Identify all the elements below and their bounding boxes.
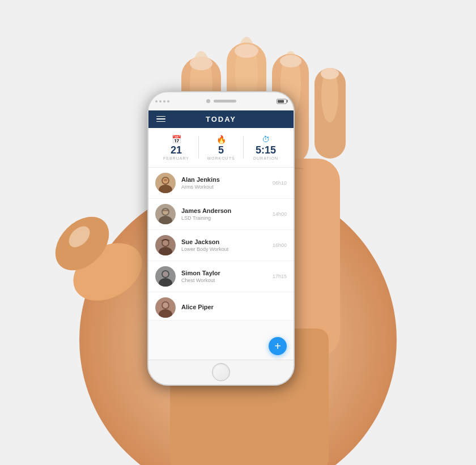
workout-type: LSD Training [181, 215, 267, 221]
stat-duration-label: DURATION [253, 156, 278, 160]
svg-point-17 [321, 68, 339, 79]
workout-person-name: Alan Jenkins [181, 176, 267, 184]
earpiece [214, 100, 236, 103]
avatar [155, 204, 176, 224]
list-item[interactable]: Alan Jenkins Arms Workout 06h10 [148, 168, 294, 199]
workout-time: 06h10 [273, 180, 287, 186]
speaker-dot [155, 100, 158, 103]
stats-bar: 📅 21 FEBRUARY 🔥 5 WORKOUTS ⏱ 5:15 DU [148, 128, 294, 168]
app-screen: TODAY 📅 21 FEBRUARY 🔥 5 WORKOUTS [148, 110, 294, 360]
avatar-image-sue [155, 235, 176, 255]
volume-down-button [147, 153, 148, 165]
stat-workouts: 🔥 5 WORKOUTS [199, 135, 243, 160]
workout-time: 14h00 [273, 211, 287, 217]
app-header: TODAY [148, 110, 294, 128]
speaker-dots [155, 100, 169, 103]
workout-person-name: Simon Taylor [181, 269, 267, 277]
workout-info: Sue Jackson Lower Body Workout [181, 238, 267, 252]
svg-point-39 [163, 302, 168, 308]
stat-date-value: 21 [171, 145, 182, 155]
flame-icon: 🔥 [216, 135, 226, 144]
hamburger-line [156, 121, 165, 122]
avatar-image-alice [155, 297, 176, 318]
list-item[interactable]: Simon Taylor Chest Workout 17h15 [148, 261, 294, 292]
hamburger-line [156, 118, 165, 120]
svg-point-31 [163, 240, 168, 246]
iphone-bottom-bar [148, 360, 294, 385]
workout-type: Lower Body Workout [181, 246, 267, 252]
iphone-status-bar [148, 92, 294, 110]
workout-list: Alan Jenkins Arms Workout 06h10 [148, 168, 294, 360]
stat-date-label: FEBRUARY [163, 156, 189, 160]
workout-person-name: Alice Piper [181, 303, 287, 311]
svg-point-35 [163, 271, 168, 277]
home-button[interactable] [212, 363, 230, 381]
workout-time: 17h15 [273, 274, 287, 279]
list-item[interactable]: James Anderson LSD Training 14h00 [148, 199, 294, 230]
workout-type: Arms Workout [181, 184, 267, 190]
svg-point-15 [235, 44, 258, 58]
workout-info: Alan Jenkins Arms Workout [181, 176, 267, 190]
hamburger-line [156, 116, 165, 117]
scene: TODAY 📅 21 FEBRUARY 🔥 5 WORKOUTS [0, 0, 476, 465]
stat-duration-value: 5:15 [256, 145, 276, 155]
iphone-shell: TODAY 📅 21 FEBRUARY 🔥 5 WORKOUTS [147, 91, 295, 386]
workout-info: Simon Taylor Chest Workout [181, 269, 267, 283]
timer-icon: ⏱ [262, 135, 270, 144]
avatar-image-james [155, 204, 176, 224]
stat-duration: ⏱ 5:15 DURATION [244, 135, 288, 160]
iphone: TODAY 📅 21 FEBRUARY 🔥 5 WORKOUTS [147, 91, 295, 386]
avatar-image-simon [155, 266, 176, 287]
workout-info: James Anderson LSD Training [181, 207, 267, 221]
hamburger-menu-button[interactable] [156, 116, 165, 122]
avatar [155, 266, 176, 287]
stat-workouts-value: 5 [218, 145, 224, 155]
avatar [155, 297, 176, 318]
add-icon: + [274, 340, 281, 352]
svg-rect-27 [162, 210, 169, 211]
speaker-dot [159, 100, 162, 103]
battery-indicator [277, 99, 287, 104]
power-button [294, 149, 295, 165]
workout-info: Alice Piper [181, 303, 287, 312]
list-item[interactable]: Sue Jackson Lower Body Workout 16h00 [148, 230, 294, 261]
workout-person-name: James Anderson [181, 207, 267, 215]
workout-type: Chest Workout [181, 278, 267, 283]
svg-point-14 [190, 57, 212, 70]
svg-point-16 [280, 55, 301, 67]
calendar-icon: 📅 [172, 135, 181, 144]
avatar-image-alan [155, 173, 176, 193]
list-item[interactable]: Alice Piper [148, 292, 294, 321]
stat-date: 📅 21 FEBRUARY [154, 135, 198, 160]
workout-person-name: Sue Jackson [181, 238, 267, 246]
page-title: TODAY [206, 115, 236, 123]
workout-time: 16h00 [273, 242, 287, 248]
speaker-dot [167, 100, 169, 103]
speaker-dot [163, 100, 165, 103]
side-buttons-left [147, 138, 148, 165]
volume-up-button [147, 138, 148, 149]
front-camera [206, 99, 210, 103]
svg-point-22 [164, 179, 167, 181]
add-workout-button[interactable]: + [269, 337, 287, 355]
avatar [155, 235, 176, 255]
stat-workouts-label: WORKOUTS [207, 156, 235, 160]
avatar [155, 173, 176, 193]
